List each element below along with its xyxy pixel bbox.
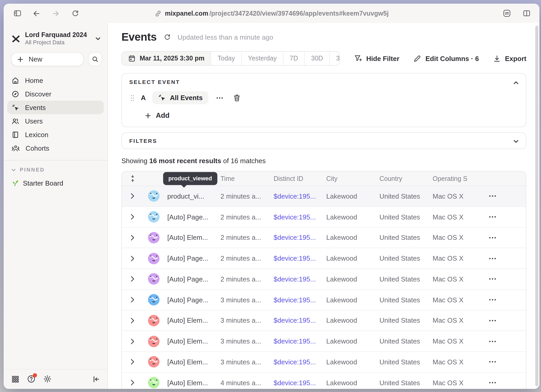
event-name-cell[interactable]: product_vi... xyxy=(167,192,220,200)
event-name-cell[interactable]: [Auto] Page... xyxy=(167,275,220,283)
current-date-range[interactable]: Mar 11, 2025 3:30 pm xyxy=(122,52,211,65)
event-more-options-button[interactable] xyxy=(216,97,223,99)
sidebar-toggle-icon[interactable] xyxy=(10,7,24,20)
event-name-cell[interactable]: [Auto] Elem... xyxy=(167,379,220,387)
sidebar-item-users[interactable]: Users xyxy=(7,114,104,128)
expand-row-icon[interactable] xyxy=(130,297,134,303)
table-row[interactable]: product_vi...2 minutes a...$device:195..… xyxy=(122,186,526,206)
event-name-cell[interactable]: [Auto] Elem... xyxy=(167,337,220,345)
project-switcher[interactable]: Lord Farquaad 2024 All Project Data xyxy=(4,28,107,50)
pinned-section-header[interactable]: PINNED xyxy=(4,164,107,175)
column-header-country[interactable]: Country xyxy=(379,175,433,182)
sidebar-item-home[interactable]: Home xyxy=(7,74,104,87)
sidebar-item-cohorts[interactable]: Cohorts xyxy=(7,141,104,155)
distinct-id-link[interactable]: $device:195... xyxy=(274,275,326,283)
table-row[interactable]: [Auto] Elem...3 minutes a...$device:195.… xyxy=(122,331,526,352)
sidebar-item-lexicon[interactable]: Lexicon xyxy=(7,128,104,141)
hide-filter-button[interactable]: Hide Filter xyxy=(354,54,399,63)
expand-row-icon[interactable] xyxy=(130,317,134,324)
column-header-city[interactable]: City xyxy=(326,175,379,182)
split-view-icon[interactable] xyxy=(520,7,533,20)
export-button[interactable]: Export xyxy=(493,54,526,62)
table-row[interactable]: [Auto] Elem...3 minutes a...$device:195.… xyxy=(122,351,526,372)
row-actions-button[interactable] xyxy=(489,237,496,239)
preset-30d[interactable]: 30D xyxy=(304,52,329,65)
row-actions-button[interactable] xyxy=(489,320,496,322)
table-row[interactable]: [Auto] Page...2 minutes a...$device:195.… xyxy=(122,268,526,289)
table-row[interactable]: [Auto] Elem...3 minutes a...$device:195.… xyxy=(122,310,526,331)
expand-panel-icon[interactable] xyxy=(513,138,519,144)
table-row[interactable]: [Auto] Page...2 minutes a...$device:195.… xyxy=(122,248,526,269)
event-avatar-icon xyxy=(148,211,159,223)
column-header-distinct-id[interactable]: Distinct ID xyxy=(274,175,326,182)
reload-icon[interactable] xyxy=(68,7,82,20)
sidebar-item-discover[interactable]: Discover xyxy=(7,87,104,101)
time-cell: 3 minutes a... xyxy=(220,296,274,304)
preset-today[interactable]: Today xyxy=(211,52,241,65)
event-name-cell[interactable]: [Auto] Page... xyxy=(167,296,220,304)
row-actions-button[interactable] xyxy=(489,340,496,342)
apps-grid-icon[interactable] xyxy=(11,375,19,383)
os-cell: Mac OS X xyxy=(433,379,477,387)
table-row[interactable]: [Auto] Page...2 minutes a...$device:195.… xyxy=(122,206,526,227)
page-settings-icon[interactable] xyxy=(500,7,513,20)
address-bar[interactable]: mixpanel.com/project/3472420/view/397469… xyxy=(155,4,389,23)
preset-yesterday[interactable]: Yesterday xyxy=(241,52,283,65)
distinct-id-link[interactable]: $device:195... xyxy=(274,379,326,387)
collapse-sidebar-icon[interactable] xyxy=(92,375,100,383)
distinct-id-link[interactable]: $device:195... xyxy=(274,296,326,304)
event-name-cell[interactable]: [Auto] Page... xyxy=(167,254,220,262)
distinct-id-link[interactable]: $device:195... xyxy=(274,254,326,262)
row-actions-button[interactable] xyxy=(489,299,496,301)
add-event-button[interactable]: Add xyxy=(145,112,519,119)
collapse-all-rows-icon[interactable] xyxy=(130,175,135,182)
collapse-panel-icon[interactable] xyxy=(513,80,519,86)
distinct-id-link[interactable]: $device:195... xyxy=(274,192,326,200)
event-name-cell[interactable]: [Auto] Elem... xyxy=(167,358,220,366)
event-selector-chip[interactable]: All Events xyxy=(152,91,208,104)
expand-row-icon[interactable] xyxy=(130,338,134,344)
distinct-id-link[interactable]: $device:195... xyxy=(274,317,326,324)
expand-row-icon[interactable] xyxy=(130,276,134,282)
drag-handle-icon[interactable] xyxy=(130,94,134,101)
distinct-id-link[interactable]: $device:195... xyxy=(274,358,326,366)
column-header-os[interactable]: Operating S xyxy=(433,175,477,182)
new-button[interactable]: New xyxy=(11,52,84,66)
event-name-cell[interactable]: [Auto] Elem... xyxy=(167,234,220,242)
expand-row-icon[interactable] xyxy=(130,214,134,220)
table-row[interactable]: [Auto] Elem...4 minutes a...$device:195.… xyxy=(122,372,526,389)
vertical-scrollbar[interactable] xyxy=(535,26,538,386)
distinct-id-link[interactable]: $device:195... xyxy=(274,337,326,345)
row-actions-button[interactable] xyxy=(489,361,496,363)
event-name-cell[interactable]: [Auto] Page... xyxy=(167,213,220,221)
preset-3m[interactable]: 3M xyxy=(329,52,340,65)
row-actions-button[interactable] xyxy=(489,278,496,280)
expand-row-icon[interactable] xyxy=(130,193,134,199)
edit-columns-button[interactable]: Edit Columns · 6 xyxy=(414,54,479,62)
expand-row-icon[interactable] xyxy=(130,359,134,365)
delete-event-icon[interactable] xyxy=(233,94,241,102)
expand-row-icon[interactable] xyxy=(130,255,134,261)
table-row[interactable]: [Auto] Page...3 minutes a...$device:195.… xyxy=(122,289,526,310)
event-name-cell[interactable]: [Auto] Elem... xyxy=(167,317,220,324)
row-actions-button[interactable] xyxy=(489,195,496,197)
forward-icon[interactable] xyxy=(49,7,63,20)
preset-7d[interactable]: 7D xyxy=(283,52,304,65)
settings-gear-icon[interactable] xyxy=(43,375,52,383)
row-actions-button[interactable] xyxy=(489,216,496,218)
distinct-id-link[interactable]: $device:195... xyxy=(274,234,326,242)
distinct-id-link[interactable]: $device:195... xyxy=(274,213,326,221)
column-header-time[interactable]: Time xyxy=(220,175,274,182)
expand-row-icon[interactable] xyxy=(130,379,134,386)
filters-panel: FILTERS xyxy=(121,132,526,149)
help-icon[interactable] xyxy=(27,375,35,383)
back-icon[interactable] xyxy=(30,7,43,20)
refresh-icon[interactable] xyxy=(163,33,171,41)
sidebar-item-events[interactable]: Events xyxy=(7,101,104,114)
row-actions-button[interactable] xyxy=(489,257,496,259)
sidebar-item-starter-board[interactable]: Starter Board xyxy=(4,175,107,192)
table-row[interactable]: [Auto] Elem...2 minutes a...$device:195.… xyxy=(122,227,526,248)
search-button[interactable] xyxy=(88,52,102,66)
expand-row-icon[interactable] xyxy=(130,235,134,241)
row-actions-button[interactable] xyxy=(489,382,496,384)
